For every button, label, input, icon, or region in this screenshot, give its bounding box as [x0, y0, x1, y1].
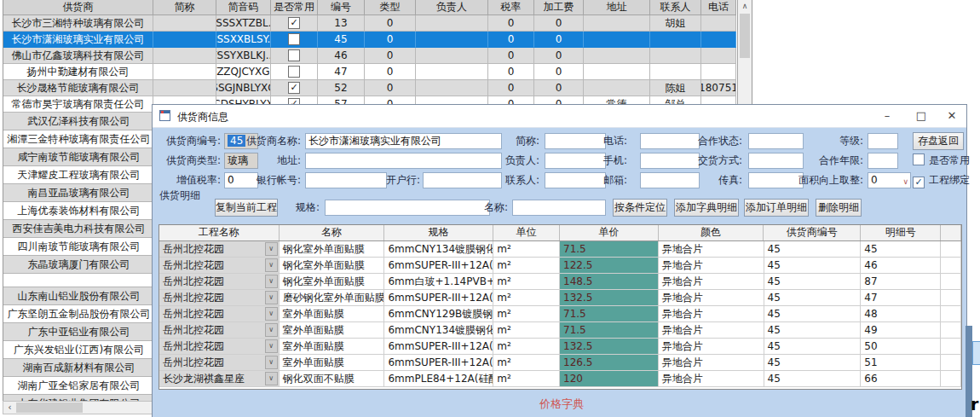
grid-cell[interactable]: 室外单面贴膜	[280, 355, 385, 371]
cell[interactable]	[584, 32, 650, 48]
save-return-button[interactable]: 存盘返回	[913, 132, 964, 150]
grid-cell[interactable]	[941, 371, 961, 387]
column-header[interactable]: 编号	[318, 0, 365, 15]
cell[interactable]	[416, 48, 488, 64]
grid-cell[interactable]: 室外单面贴膜	[280, 339, 385, 355]
cell[interactable]	[416, 32, 488, 48]
cell[interactable]: 0	[488, 48, 534, 64]
grid-cell[interactable]: m²	[493, 274, 560, 290]
cell[interactable]	[271, 48, 318, 64]
grid-cell[interactable]	[941, 290, 961, 306]
cell[interactable]: 0	[488, 15, 534, 32]
column-header[interactable]: 联系人	[650, 0, 701, 15]
checkbox-icon[interactable]	[288, 33, 300, 45]
cell[interactable]: 0	[365, 15, 416, 32]
table-row[interactable]: 长沙市三湘特种玻璃有限公司CSSSXTZBL...✓13000胡姐	[3, 15, 752, 32]
grid-row[interactable]: 岳州北控花园∨室外单面贴膜6mmSUPER-III+12A(硅...m²132.…	[159, 339, 961, 355]
cell[interactable]: 0	[534, 32, 584, 48]
grid-cell[interactable]	[941, 241, 961, 258]
grid-cell[interactable]: 岳州北控花园∨	[159, 290, 280, 306]
cell[interactable]	[271, 32, 318, 48]
checkbox-icon[interactable]	[288, 66, 300, 78]
grid-cell[interactable]: 钢化室外单面贴膜	[280, 258, 385, 274]
grid-cell[interactable]: 148.5	[560, 274, 659, 290]
cell[interactable]: 46	[318, 48, 365, 64]
column-header[interactable]: 电话	[701, 0, 736, 15]
grid-cell[interactable]: 室外单面贴膜	[280, 322, 385, 339]
copy-project-button[interactable]: 复制当前工程	[215, 199, 278, 217]
grid-cell[interactable]: 岳州北控花园∨	[159, 274, 280, 290]
grid-cell[interactable]: 87	[861, 274, 941, 290]
cell[interactable]	[701, 15, 736, 32]
grid-column-header[interactable]: 单价	[560, 225, 659, 240]
grid-cell[interactable]: m²	[493, 355, 560, 371]
cell[interactable]: 0	[365, 80, 416, 96]
cell[interactable]	[416, 64, 488, 80]
column-header[interactable]: 是否常用	[271, 0, 318, 15]
grid-cell[interactable]: 48	[861, 306, 941, 322]
grid-cell[interactable]: 45	[764, 371, 862, 387]
grid-column-header[interactable]: 明细号	[861, 225, 941, 240]
cell[interactable]: CSSSXTZBL...	[216, 15, 271, 32]
grid-cell[interactable]: 异地合片	[659, 290, 764, 306]
grid-column-header[interactable]: 单位	[493, 225, 560, 240]
cell[interactable]: 0	[534, 48, 584, 64]
grid-row[interactable]: 岳州北控花园∨室外单面贴膜6mmCNY129B镀膜钢化m²71.5异地合片454…	[159, 306, 961, 322]
list-item[interactable]: 广东中亚铝业有限公司	[3, 323, 154, 341]
grid-cell[interactable]: 6mmCNY134镀膜钢化	[384, 322, 493, 339]
grid-cell[interactable]: 岳州北控花园∨	[159, 241, 280, 258]
grid-cell[interactable]: 6mmSUPER-III+12A(硅...	[384, 355, 493, 371]
cell[interactable]	[650, 48, 701, 64]
grid-cell[interactable]: 120	[560, 371, 659, 387]
cell[interactable]	[416, 80, 488, 96]
column-header[interactable]: 地址	[584, 0, 650, 15]
grid-cell[interactable]: 45	[764, 306, 862, 322]
common-checkbox[interactable]: 是否常用	[913, 153, 970, 169]
supplier-type-field[interactable]: 玻璃	[224, 153, 258, 169]
grid-cell[interactable]: m²	[493, 306, 560, 322]
cell[interactable]: 0	[534, 80, 584, 96]
chevron-down-icon[interactable]: ∨	[265, 372, 278, 385]
grid-cell[interactable]: 45	[764, 339, 862, 355]
grid-cell[interactable]: 异地合片	[659, 274, 764, 290]
chevron-down-icon[interactable]: ∨	[265, 258, 278, 272]
grid-cell[interactable]: 钢化双面不贴膜	[280, 371, 385, 387]
cell[interactable]: 45	[318, 32, 365, 48]
grid-cell[interactable]: m²	[493, 290, 560, 306]
grid-cell[interactable]: 6mmSUPER-III+12A(硅...	[384, 290, 493, 306]
grid-cell[interactable]	[941, 258, 961, 274]
grid-cell[interactable]: 6mmPLE84+12A(硅酮胶...	[384, 371, 493, 387]
grid-cell[interactable]	[941, 306, 961, 322]
grid-cell[interactable]: 岳州北控花园∨	[159, 355, 280, 371]
cell[interactable]: 13	[318, 15, 365, 32]
list-item[interactable]: 四川南玻节能玻璃有限公司	[3, 238, 154, 256]
grid-cell[interactable]: 45	[764, 274, 862, 290]
grid-cell[interactable]: m²	[493, 258, 560, 274]
grid-cell[interactable]: 钢化室外单面贴膜	[280, 241, 385, 258]
grid-cell[interactable]: 6mmCNY134镀膜钢化	[384, 241, 493, 258]
list-item[interactable]: 山东南山铝业股份有限公司	[3, 287, 154, 305]
list-item[interactable]: 广东兴发铝业(江西)有限公司	[3, 341, 154, 359]
cell[interactable]	[584, 80, 650, 96]
list-item[interactable]: 上海优泰装饰材料有限公司	[3, 202, 154, 220]
scrollbar-thumb[interactable]	[16, 403, 83, 413]
bank-field[interactable]	[305, 172, 387, 188]
checkbox-icon[interactable]	[288, 49, 300, 61]
grid-cell[interactable]	[941, 274, 961, 290]
table-row[interactable]: 佛山市亿鑫玻璃科技有限公司FSSYXBLKJ...46000	[3, 48, 752, 64]
chevron-down-icon[interactable]: ∨	[265, 339, 278, 353]
address-field[interactable]	[305, 153, 502, 169]
cell[interactable]: CSSGJNBLYXGS	[216, 80, 271, 96]
grid-cell[interactable]: 异地合片	[659, 241, 764, 258]
cell[interactable]	[701, 32, 736, 48]
scroll-up-icon[interactable]: ∧	[738, 0, 752, 13]
grid-cell[interactable]: 132.5	[560, 290, 659, 306]
checkbox-checked-icon[interactable]: ✓	[913, 177, 925, 188]
grid-cell[interactable]: 71.5	[560, 241, 659, 258]
minimize-button[interactable]: –	[873, 107, 901, 125]
grid-cell[interactable]: 异地合片	[659, 339, 764, 355]
cell[interactable]: FSSYXBLKJ...	[216, 48, 271, 64]
cell[interactable]: 长沙市潇湘玻璃实业有限公司	[3, 32, 153, 48]
list-item[interactable]: 山东华建铝业集团有限公司	[3, 395, 154, 401]
grid-cell[interactable]: m²	[493, 339, 560, 355]
